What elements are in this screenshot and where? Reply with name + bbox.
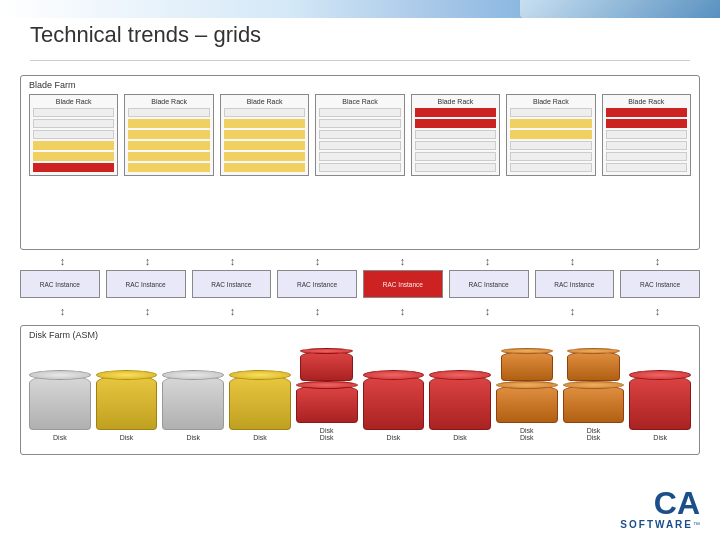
slot	[606, 163, 687, 172]
slot	[128, 163, 209, 172]
disk-4-top	[229, 370, 291, 380]
disk-7-top	[429, 370, 491, 380]
arrow-d8: ↕	[615, 305, 700, 317]
slot	[415, 141, 496, 150]
slot	[224, 130, 305, 139]
arrow-d1: ↕	[20, 305, 105, 317]
disk-6-body	[363, 375, 425, 430]
blade-rack-3-label: Blade Rack	[224, 98, 305, 105]
slot	[128, 119, 209, 128]
disk-farm-label: Disk Farm (ASM)	[29, 330, 98, 340]
blade-rack-7-label: Blade Rack	[606, 98, 687, 105]
slot	[510, 152, 591, 161]
arrow-6: ↕	[445, 255, 530, 267]
ca-logo-brand: CA	[654, 487, 700, 519]
top-bar-decoration	[520, 0, 720, 18]
disk-1-top	[29, 370, 91, 380]
blade-rack-5: Blade Rack	[411, 94, 500, 176]
slot	[606, 141, 687, 150]
slot	[510, 163, 591, 172]
blade-rack-2-label: Blade Rack	[128, 98, 209, 105]
slot	[319, 119, 400, 128]
blade-rack-5-slots	[415, 108, 496, 172]
slot	[319, 152, 400, 161]
slot	[224, 141, 305, 150]
slot	[319, 163, 400, 172]
disk-6-label: Disk	[387, 434, 401, 441]
slot	[606, 130, 687, 139]
arrow-8: ↕	[615, 255, 700, 267]
slot	[224, 163, 305, 172]
slot	[128, 130, 209, 139]
slot	[224, 152, 305, 161]
blade-rack-6-label: Blade Rack	[510, 98, 591, 105]
arrow-d4: ↕	[275, 305, 360, 317]
slot	[128, 141, 209, 150]
slot	[33, 119, 114, 128]
disk-6: Disk	[363, 370, 425, 441]
arrow-4: ↕	[275, 255, 360, 267]
slot	[319, 141, 400, 150]
slot	[510, 119, 591, 128]
slot	[33, 163, 114, 172]
slot	[606, 108, 687, 117]
arrow-5: ↕	[360, 255, 445, 267]
disk-8-stack: DiskDisk	[496, 348, 558, 441]
slot	[606, 119, 687, 128]
disk-1: Disk	[29, 370, 91, 441]
slot	[33, 141, 114, 150]
disk-10: Disk	[629, 370, 691, 441]
slot	[415, 130, 496, 139]
disk-9-stack: DiskDisk	[563, 348, 625, 441]
slot	[319, 130, 400, 139]
disk-9-label: DiskDisk	[587, 427, 601, 441]
disk-10-top	[629, 370, 691, 380]
disk-4-body	[229, 375, 291, 430]
arrow-d7: ↕	[530, 305, 615, 317]
disk-1-body	[29, 375, 91, 430]
disk-2-body	[96, 375, 158, 430]
slot	[510, 141, 591, 150]
slot	[224, 119, 305, 128]
slot	[510, 108, 591, 117]
slot	[33, 130, 114, 139]
disk-6-top	[363, 370, 425, 380]
disk-8-label: DiskDisk	[520, 427, 534, 441]
slot	[415, 163, 496, 172]
rac-instances-row: RAC Instance RAC Instance RAC Instance R…	[20, 270, 700, 298]
blade-rack-6-slots	[510, 108, 591, 172]
disk-farm-container: Disk Farm (ASM) Disk Disk Disk Disk	[20, 325, 700, 455]
blade-rack-1: Blade Rack	[29, 94, 118, 176]
blade-rack-7: Blade Rack	[602, 94, 691, 176]
arrow-d5: ↕	[360, 305, 445, 317]
blade-rack-1-slots	[33, 108, 114, 172]
blade-farm-container: Blade Farm Blade Rack Blade Rack	[20, 75, 700, 250]
blade-rack-2: Blade Rack	[124, 94, 213, 176]
disk-3: Disk	[162, 370, 224, 441]
disk-5-stack: DiskDisk	[296, 348, 358, 441]
slot	[415, 108, 496, 117]
rac-instance-4: RAC Instance	[277, 270, 357, 298]
blade-rack-4: Blace Rack	[315, 94, 404, 176]
slot	[319, 108, 400, 117]
ca-logo-software: SOFTWARE	[620, 519, 693, 530]
disk-3-top	[162, 370, 224, 380]
arrow-d3: ↕	[190, 305, 275, 317]
slot	[415, 152, 496, 161]
rac-instance-6: RAC Instance	[449, 270, 529, 298]
slot	[128, 152, 209, 161]
rac-instance-8: RAC Instance	[620, 270, 700, 298]
disk-4: Disk	[229, 370, 291, 441]
arrow-3: ↕	[190, 255, 275, 267]
blade-rack-5-label: Blade Rack	[415, 98, 496, 105]
rac-instance-2: RAC Instance	[106, 270, 186, 298]
blade-rack-4-slots	[319, 108, 400, 172]
slot	[415, 119, 496, 128]
slot	[128, 108, 209, 117]
arrows-rac-to-disk: ↕ ↕ ↕ ↕ ↕ ↕ ↕ ↕	[20, 300, 700, 322]
disk-7: Disk	[429, 370, 491, 441]
title-divider	[30, 60, 690, 61]
disk-3-label: Disk	[186, 434, 200, 441]
disks-row: Disk Disk Disk Disk	[29, 348, 691, 441]
disk-2-top	[96, 370, 158, 380]
